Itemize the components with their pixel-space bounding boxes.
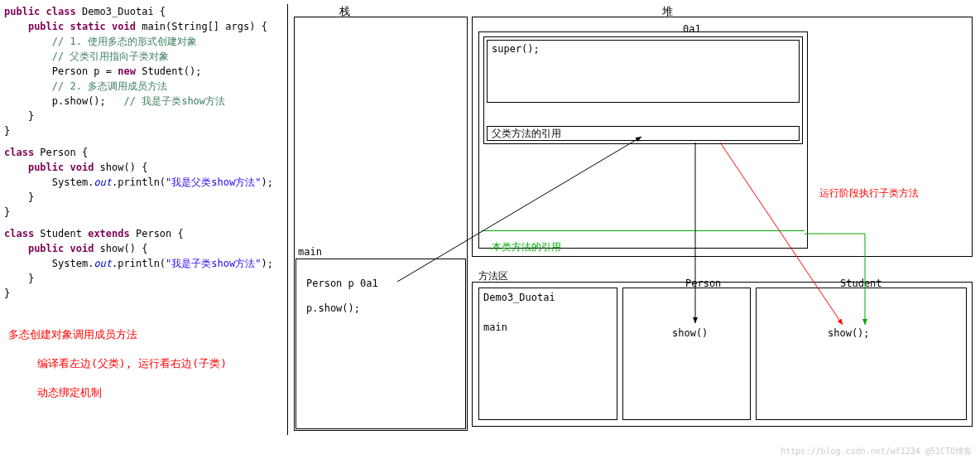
watermark: https://blog.csdn.net/wf1234 @51CTO博客 [781,446,972,457]
heap-parent-ref-text: 父类方法的引用 [492,127,561,141]
stack-person-p: Person p 0a1 [306,278,378,289]
runtime-note: 运行阶段执行子类方法 [819,186,919,201]
note-compile-runtime: 编译看左边(父类), 运行看右边(子类) [37,356,227,371]
heap-self-ref-text: 本类方法的引用 [492,240,561,254]
green-line [482,230,805,231]
demo-class-name: Demo3_Duotai [483,292,555,303]
person-show: show() [672,327,708,339]
student-show: show(); [828,327,870,339]
student-class-name: Student [840,278,882,289]
method-area-student [756,288,967,420]
method-area-demo [478,288,617,420]
method-area-person [622,288,751,420]
stack-pshow: p.show(); [306,302,360,314]
stack-main-label: main [298,246,322,258]
note-dynamic-binding: 动态绑定机制 [37,385,102,400]
person-class-name: Person [685,278,721,289]
vertical-divider [287,4,288,435]
source-code: public class Demo3_Duotai { public stati… [4,4,290,301]
demo-main: main [483,321,507,333]
note-polymorphism: 多态创建对象调用成员方法 [8,327,137,342]
heap-super-text: super(); [492,43,540,55]
